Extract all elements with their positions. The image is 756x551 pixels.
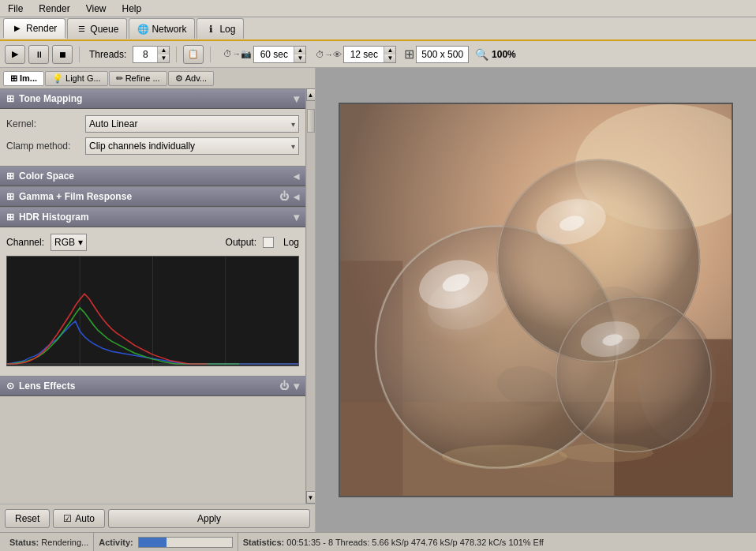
hdr-header[interactable]: ⊞ HDR Histogram ▾ (0, 207, 305, 227)
hdr-icon: ⊞ (6, 212, 14, 223)
subtab-advanced-icon: ⚙ (175, 73, 183, 84)
menu-help[interactable]: Help (118, 2, 147, 16)
stop-icon: ⏹ (58, 50, 67, 59)
gamma-collapse-icon: ◂ (294, 190, 299, 203)
timer1-group: ⏱→📷 ▲ ▼ (223, 46, 306, 63)
top-tabs: ▶ Render ☰ Queue 🌐 Network ℹ Log (0, 17, 756, 41)
lens-collapse-icon: ▾ (294, 380, 299, 392)
copy-button[interactable]: 📋 (183, 45, 204, 64)
separator-2 (176, 47, 177, 62)
kernel-label: Kernel: (6, 118, 85, 129)
apply-label: Apply (197, 513, 221, 524)
tab-network-label: Network (152, 24, 186, 35)
statusbar: Status: Rendering... Activity: Statistic… (0, 532, 756, 551)
scrollbar-up[interactable]: ▲ (306, 88, 316, 101)
timer1-up[interactable]: ▲ (294, 47, 305, 54)
menu-view[interactable]: View (81, 2, 111, 16)
channel-arrow-icon: ▾ (78, 237, 83, 248)
threads-down[interactable]: ▼ (158, 54, 169, 62)
apply-button[interactable]: Apply (108, 509, 310, 528)
size-label: 500 x 500 (416, 46, 469, 63)
subtab-refine[interactable]: ✏ Refine ... (109, 71, 167, 86)
log-checkbox[interactable] (263, 237, 274, 248)
tab-log[interactable]: ℹ Log (196, 18, 244, 39)
stop-button[interactable]: ⏹ (52, 45, 73, 64)
threads-up[interactable]: ▲ (158, 47, 169, 54)
scrollbar-down[interactable]: ▼ (306, 491, 316, 504)
zoom-group: 🔍 100% (475, 48, 516, 61)
statistics-section: Statistics: 00:51:35 - 8 Threads: 5.66 k… (238, 533, 751, 551)
threads-spinbox[interactable]: ▲ ▼ (133, 46, 170, 63)
hdr-header-left: ⊞ HDR Histogram (6, 212, 89, 223)
subtab-lightgroups-icon: 💡 (52, 73, 63, 84)
lens-effects-header[interactable]: ⊙ Lens Effects ⏻ ▾ (0, 376, 305, 396)
channel-value: RGB (54, 237, 75, 248)
auto-checkbox-icon: ☑ (63, 513, 72, 524)
timer2-spinbox[interactable]: ▲ ▼ (343, 46, 396, 63)
clamp-value: Clip channels individually (89, 141, 195, 152)
side-scrollbar[interactable]: ▲ ▼ (305, 88, 315, 504)
color-space-label: Color Space (19, 171, 74, 182)
tone-mapping-header[interactable]: ⊞ Tone Mapping ▾ (0, 88, 305, 109)
content-area: ⊞ Im... 💡 Light G... ✏ Refine ... ⚙ Adv.… (0, 68, 756, 532)
kernel-select[interactable]: Auto Linear ▾ (85, 115, 299, 133)
timer1-input[interactable] (254, 49, 294, 60)
subtab-refine-label: Refine ... (125, 73, 160, 83)
gamma-header[interactable]: ⊞ Gamma + Film Response ⏻ ◂ (0, 186, 305, 207)
color-space-collapse-icon: ◂ (294, 170, 299, 182)
panel-inner: ⊞ Tone Mapping ▾ Kernel: Auto Linear ▾ (0, 88, 315, 504)
sub-tabs: ⊞ Im... 💡 Light G... ✏ Refine ... ⚙ Adv.… (0, 68, 315, 88)
timer2-arrows: ▲ ▼ (384, 47, 395, 62)
lens-power-icon[interactable]: ⏻ (279, 380, 289, 392)
tab-network[interactable]: 🌐 Network (129, 18, 195, 39)
clamp-select[interactable]: Clip channels individually ▾ (85, 137, 299, 155)
kernel-row: Kernel: Auto Linear ▾ (6, 115, 299, 133)
timer1-spinbox[interactable]: ▲ ▼ (253, 46, 306, 63)
size-display: ⊞ 500 x 500 (404, 46, 469, 63)
subtab-image[interactable]: ⊞ Im... (3, 71, 44, 86)
status-progress-fill (139, 538, 167, 547)
tab-render-label: Render (26, 23, 57, 34)
menu-render[interactable]: Render (34, 2, 74, 16)
pause-button[interactable]: ⏸ (28, 45, 49, 64)
lens-effects-label: Lens Effects (19, 380, 75, 392)
auto-button[interactable]: ☑ Auto (53, 509, 105, 528)
play-button[interactable]: ▶ (5, 45, 25, 64)
threads-label: Threads: (89, 49, 126, 60)
activity-section: Activity: (94, 533, 238, 551)
threads-input[interactable] (133, 49, 157, 60)
channel-select[interactable]: RGB ▾ (51, 234, 87, 251)
clamp-row: Clamp method: Clip channels individually… (6, 137, 299, 155)
tone-mapping-label: Tone Mapping (19, 93, 82, 104)
timer1-down[interactable]: ▼ (294, 54, 305, 62)
copy-icon: 📋 (188, 49, 199, 59)
color-space-header[interactable]: ⊞ Color Space ◂ (0, 166, 305, 186)
bottom-buttons: Reset ☑ Auto Apply (0, 504, 315, 532)
zoom-icon: 🔍 (475, 48, 488, 61)
tab-queue[interactable]: ☰ Queue (67, 18, 127, 39)
timer2-input[interactable] (344, 49, 384, 60)
timer2-icon: ⏱→👁 (316, 50, 342, 59)
tone-mapping-icon: ⊞ (6, 93, 14, 104)
channel-label: Channel: (6, 237, 44, 248)
tab-render[interactable]: ▶ Render (3, 18, 65, 39)
toolbar: ▶ ⏸ ⏹ Threads: ▲ ▼ 📋 ⏱→📷 ▲ ▼ ⏱→👁 (0, 41, 756, 68)
timer2-down[interactable]: ▼ (384, 54, 395, 62)
gamma-power-icon[interactable]: ⏻ (279, 191, 289, 202)
scrollbar-track[interactable] (307, 101, 315, 491)
menu-file[interactable]: File (3, 2, 28, 16)
status-label: Status: (9, 538, 39, 547)
pause-icon: ⏸ (35, 50, 43, 59)
reset-button[interactable]: Reset (5, 509, 50, 528)
status-value: Rendering... (41, 538, 88, 547)
separator-3 (210, 47, 211, 62)
status-progress-bar (138, 537, 233, 548)
timer2-up[interactable]: ▲ (384, 47, 395, 54)
panel-scroll[interactable]: ⊞ Tone Mapping ▾ Kernel: Auto Linear ▾ (0, 88, 305, 504)
auto-label: Auto (75, 513, 95, 524)
subtab-lightgroups[interactable]: 💡 Light G... (45, 71, 108, 86)
scrollbar-thumb[interactable] (307, 109, 315, 133)
subtab-advanced[interactable]: ⚙ Adv... (168, 71, 214, 86)
log-tab-icon: ℹ (205, 24, 216, 35)
gamma-icon: ⊞ (6, 191, 14, 202)
